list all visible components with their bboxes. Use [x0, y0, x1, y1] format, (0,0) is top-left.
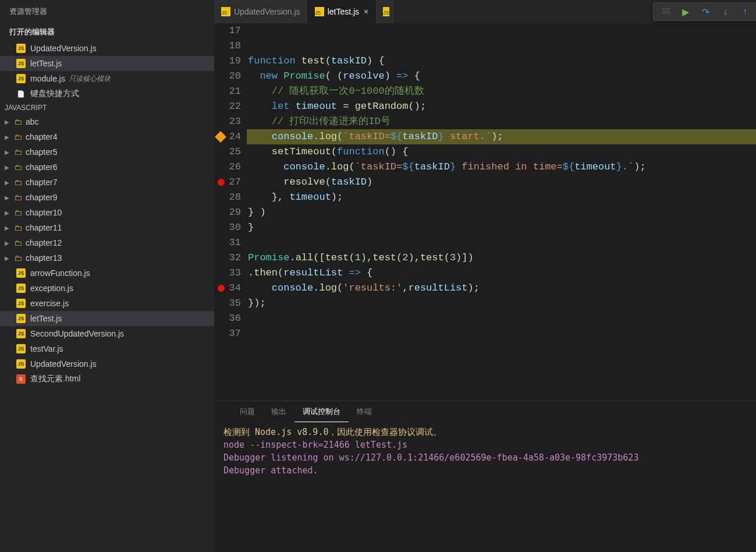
code-line[interactable]: } [247, 220, 756, 235]
line-number[interactable]: 35 [214, 296, 241, 311]
folder-item[interactable]: ▶🗀abc [0, 114, 214, 129]
folder-icon: 🗀 [14, 208, 22, 217]
line-number[interactable]: 32 [214, 250, 241, 266]
code-line[interactable]: // 随机获取一次0~1000的随机数 [247, 84, 756, 99]
code-line[interactable]: console.log(`taskID=${taskID} start.`); [247, 129, 756, 144]
open-editor-item[interactable]: 📄键盘快捷方式 [0, 86, 214, 101]
line-number[interactable]: 26 [214, 160, 241, 175]
line-number[interactable]: 30 [214, 220, 241, 235]
line-number[interactable]: 27 [214, 175, 241, 190]
code-line[interactable]: } ) [247, 205, 756, 220]
line-number[interactable]: 18 [214, 38, 241, 54]
line-number[interactable]: 22 [214, 99, 241, 114]
line-number[interactable]: 21 [214, 84, 241, 99]
file-item[interactable]: exception.js [0, 281, 214, 296]
folder-item[interactable]: ▶🗀chapter11 [0, 220, 214, 235]
code-line[interactable]: Promise.all([test(1),test(2),test(3)]) [247, 250, 756, 266]
line-number[interactable]: 25 [214, 144, 241, 160]
close-icon[interactable]: × [364, 7, 368, 16]
chevron-right-icon: ▶ [5, 134, 12, 140]
js-icon [16, 359, 26, 369]
panel-tab[interactable]: 终端 [349, 401, 380, 422]
line-number[interactable]: 19 [214, 54, 241, 69]
code-editor[interactable]: 1718192021222324252627282930313233343536… [214, 23, 756, 401]
folder-icon: 🗀 [14, 178, 22, 187]
folder-label: chapter12 [26, 238, 62, 247]
panel-tab[interactable]: 调试控制台 [294, 401, 349, 422]
folder-label: chapter11 [26, 223, 62, 232]
open-editor-item[interactable]: letTest.js [0, 56, 214, 71]
step-out-button[interactable]: ↑ [735, 3, 755, 20]
panel-tab[interactable]: 问题 [232, 401, 263, 422]
editor-tab[interactable]: UpdatedVersion.js [214, 0, 308, 23]
code-line[interactable] [247, 235, 756, 250]
code-line[interactable]: let timeout = getRandom(); [247, 99, 756, 114]
folder-item[interactable]: ▶🗀chapter13 [0, 250, 214, 266]
folder-item[interactable]: ▶🗀chapter5 [0, 144, 214, 160]
code-line[interactable] [247, 38, 756, 54]
code-area[interactable]: function test(taskID) { new Promise( (re… [247, 23, 756, 401]
gutter[interactable]: 1718192021222324252627282930313233343536… [214, 23, 247, 401]
continue-button[interactable]: ▶ [676, 3, 695, 20]
folder-item[interactable]: ▶🗀chapter4 [0, 129, 214, 144]
js-icon [16, 284, 26, 293]
breakpoint-icon[interactable] [218, 179, 225, 186]
folder-label: chapter4 [26, 132, 57, 141]
html5-icon [16, 374, 26, 384]
chevron-right-icon: ▶ [5, 149, 12, 155]
line-number[interactable]: 29 [214, 205, 241, 220]
code-line[interactable]: }); [247, 296, 756, 311]
file-item[interactable]: 查找元素.html [0, 371, 214, 387]
code-line[interactable]: .then(resultList => { [247, 266, 756, 281]
drag-handle-icon[interactable]: ⠿⠿ [656, 3, 676, 20]
code-line[interactable]: console.log('results:',resultList); [247, 281, 756, 296]
code-line[interactable]: setTimeout(function() { [247, 144, 756, 160]
code-line[interactable]: function test(taskID) { [247, 54, 756, 69]
code-line[interactable]: console.log(`taskID=${taskID} finished i… [247, 160, 756, 175]
file-item[interactable]: UpdatedVersion.js [0, 356, 214, 371]
line-number[interactable]: 20 [214, 69, 241, 84]
file-label: testVar.js [30, 344, 63, 353]
line-number[interactable]: 37 [214, 326, 241, 341]
code-line[interactable]: resolve(taskID) [247, 175, 756, 190]
debug-console[interactable]: 检测到 Node.js v8.9.0，因此使用检查器协议调试。node --in… [214, 422, 756, 552]
explorer-title: 资源管理器 [0, 0, 214, 23]
line-number[interactable]: 31 [214, 235, 241, 250]
line-number[interactable]: 34 [214, 281, 241, 296]
code-line[interactable]: new Promise( (resolve) => { [247, 69, 756, 84]
breakpoint-icon[interactable] [215, 131, 226, 143]
open-editors-header[interactable]: 打开的编辑器 [0, 23, 214, 41]
code-line[interactable] [247, 326, 756, 341]
folder-item[interactable]: ▶🗀chapter10 [0, 205, 214, 220]
panel-tab[interactable]: 输出 [263, 401, 294, 422]
file-item[interactable]: letTest.js [0, 311, 214, 326]
file-item[interactable]: arrowFunction.js [0, 266, 214, 281]
tab-label: UpdatedVersion.js [234, 7, 300, 16]
folder-item[interactable]: ▶🗀chapter9 [0, 190, 214, 205]
open-editor-item[interactable]: module.js只读核心模块 [0, 71, 214, 86]
file-item[interactable]: SecondUpdatedVersion.js [0, 326, 214, 341]
file-item[interactable]: exercise.js [0, 296, 214, 311]
editor-tab[interactable]: letTest.js× [308, 0, 377, 23]
line-number[interactable]: 23 [214, 114, 241, 129]
code-line[interactable] [247, 23, 756, 38]
code-line[interactable] [247, 311, 756, 326]
code-line[interactable]: }, timeout); [247, 190, 756, 205]
folder-icon: 🗀 [14, 253, 22, 263]
line-number[interactable]: 17 [214, 23, 241, 38]
line-number[interactable]: 36 [214, 311, 241, 326]
step-over-button[interactable]: ↷ [695, 3, 715, 20]
folder-item[interactable]: ▶🗀chapter6 [0, 160, 214, 175]
file-item[interactable]: testVar.js [0, 341, 214, 356]
chevron-right-icon: ▶ [5, 210, 12, 216]
line-number[interactable]: 24 [214, 129, 241, 144]
line-number[interactable]: 28 [214, 190, 241, 205]
open-editor-item[interactable]: UpdatedVersion.js [0, 41, 214, 56]
folder-item[interactable]: ▶🗀chapter12 [0, 235, 214, 250]
line-number[interactable]: 33 [214, 266, 241, 281]
breakpoint-icon[interactable] [218, 285, 225, 292]
step-into-button[interactable]: ↓ [715, 3, 735, 20]
code-line[interactable]: // 打印出传递进来的ID号 [247, 114, 756, 129]
folder-item[interactable]: ▶🗀chapter7 [0, 175, 214, 190]
project-header[interactable]: JAVASCRIPT [0, 101, 214, 114]
